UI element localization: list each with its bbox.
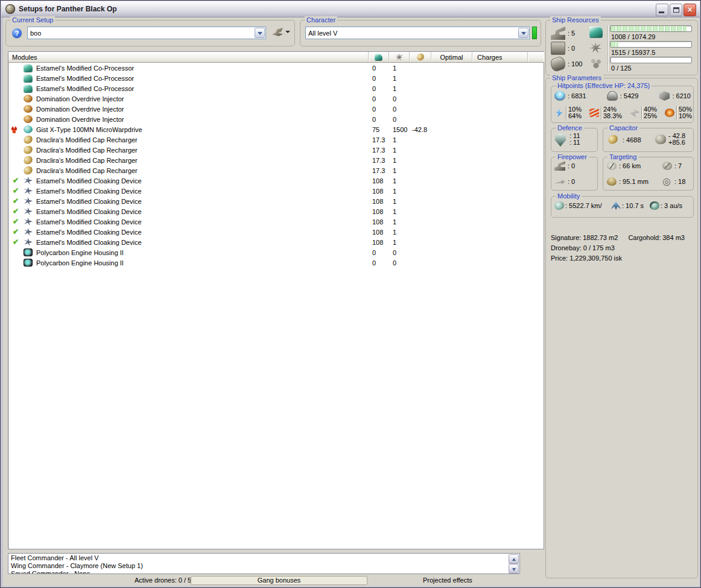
active-drones-status: Active drones: 0 / 5 — [135, 577, 191, 584]
module-name: Estamel's Modified Cloaking Device — [36, 239, 369, 246]
current-setup-label: Current Setup — [10, 16, 55, 24]
row-status: ✔ — [8, 93, 24, 104]
module-name: Draclira's Modified Cap Recharger — [36, 136, 369, 144]
module-cpu: 108 — [369, 188, 389, 195]
window-title: Setups for Panther Black Op — [19, 5, 117, 13]
character-combobox[interactable]: All level V — [305, 27, 530, 39]
overload-flame-icon — [10, 125, 18, 133]
module-row[interactable]: ✔ Draclira's Modified Cap Recharger 17.3… — [8, 145, 544, 155]
cap-recharger-icon — [22, 165, 34, 176]
ship-resources-label: Ship Resources — [550, 16, 601, 24]
module-row[interactable]: ✔ Estamel's Modified Cloaking Device 108… — [8, 227, 544, 237]
module-name: Polycarbon Engine Housing II — [36, 249, 369, 256]
module-powergrid: 0 — [389, 116, 410, 123]
module-row[interactable]: ✔ Estamel's Modified Co-Processor 0 1 — [8, 83, 544, 93]
turret-hardpoints-icon — [551, 27, 565, 40]
powergrid-value: 1515 / 15937.5 — [611, 49, 655, 56]
targeting-range-value: : 66 km — [619, 162, 641, 169]
module-powergrid: 1 — [389, 239, 410, 246]
row-status: ✔ — [8, 196, 24, 206]
explosive-armor-resist: 10% — [679, 112, 692, 119]
help-icon[interactable]: ? — [12, 28, 22, 38]
active-check-icon: ✔ — [13, 217, 19, 226]
fleet-bonus-box[interactable]: Fleet Commander - All level V Wing Comma… — [8, 553, 520, 574]
squad-commander-line[interactable]: Squad Commander - None — [11, 570, 507, 574]
module-row[interactable]: ✔ Draclira's Modified Cap Recharger 17.3… — [8, 155, 544, 165]
module-row[interactable]: ✔ Draclira's Modified Cap Recharger 17.3… — [8, 165, 544, 175]
module-row[interactable]: ✔ Polycarbon Engine Housing II 0 0 — [8, 258, 544, 268]
resources-divider — [607, 25, 608, 71]
close-button[interactable]: × — [684, 4, 696, 16]
module-row[interactable]: ✔ Estamel's Modified Cloaking Device 108… — [8, 217, 544, 227]
scroll-down-button[interactable] — [509, 564, 519, 574]
scroll-up-button[interactable] — [509, 554, 519, 564]
column-header-powergrid — [389, 52, 410, 62]
cloaking-device-icon — [24, 207, 33, 215]
module-row[interactable]: ✔ Domination Overdrive Injector 0 0 — [8, 104, 544, 114]
signature-value: Signature: 1882.73 m2 — [551, 234, 618, 241]
kinetic-armor-resist: 25% — [644, 112, 657, 119]
modules-list-header: Modules Optimal Charges — [8, 52, 544, 63]
character-combobox-value: All level V — [306, 30, 518, 37]
module-row[interactable]: ✔ Estamel's Modified Cloaking Device 108… — [8, 196, 544, 206]
fleet-commander-line[interactable]: Fleet Commander - All level V — [11, 554, 507, 562]
drone-bandwidth-bar — [610, 57, 692, 63]
capacitor-icon — [607, 134, 619, 145]
setup-tools-button[interactable] — [272, 28, 290, 36]
module-cpu: 0 — [369, 65, 389, 72]
setup-combobox[interactable]: boo — [27, 27, 266, 39]
module-row[interactable]: ✔ Draclira's Modified Cap Recharger 17.3… — [8, 134, 544, 145]
modules-list: Modules Optimal Charges ✔ Estamel's Modi… — [8, 51, 544, 549]
module-cpu: 0 — [369, 75, 389, 82]
module-cpu: 0 — [369, 85, 389, 92]
module-name: Estamel's Modified Co-Processor — [36, 65, 369, 72]
module-powergrid: 1 — [389, 188, 410, 195]
module-row[interactable]: ✔ Estamel's Modified Cloaking Device 108… — [8, 237, 544, 247]
row-status: ✔ — [8, 83, 24, 93]
column-header-optimal: Optimal — [431, 52, 472, 62]
skill-level-indicator — [532, 27, 537, 39]
module-name: Estamel's Modified Cloaking Device — [36, 188, 369, 195]
maximize-button[interactable] — [670, 4, 682, 16]
mobility-label: Mobility — [556, 192, 582, 200]
module-name: Draclira's Modified Cap Recharger — [36, 147, 369, 154]
row-status: ✔ — [8, 114, 24, 124]
active-check-icon: ✔ — [13, 186, 19, 195]
module-powergrid: 0 — [389, 249, 410, 256]
module-row[interactable]: ✔ Estamel's Modified Cloaking Device 108… — [8, 206, 544, 217]
row-status: ✔ — [8, 217, 24, 227]
gang-bonuses-button[interactable]: Gang bonuses — [191, 576, 367, 585]
module-name: Draclira's Modified Cap Recharger — [36, 157, 369, 164]
row-status: ✔ — [8, 227, 24, 237]
module-row[interactable]: ✔ Domination Overdrive Injector 0 0 — [8, 114, 544, 124]
module-row[interactable]: ✔ Estamel's Modified Cloaking Device 108… — [8, 175, 544, 186]
minimize-icon — [659, 11, 664, 13]
module-row[interactable]: ✔ Gist X-Type 100MN MicroWarpdrive 75 15… — [8, 124, 544, 134]
module-powergrid: 1 — [389, 167, 410, 174]
minimize-button[interactable] — [656, 4, 668, 16]
module-row[interactable]: ✔ Estamel's Modified Cloaking Device 108… — [8, 186, 544, 196]
module-row[interactable]: ✔ Domination Overdrive Injector 0 0 — [8, 93, 544, 104]
calibration: : 100 — [551, 57, 582, 71]
wing-commander-line[interactable]: Wing Commander - Claymore (New Setup 1) — [11, 562, 507, 570]
character-combobox-arrow[interactable] — [518, 28, 528, 38]
missile-dps-value: : 0 — [568, 178, 575, 185]
current-setup-group: Current Setup ? boo — [5, 20, 295, 46]
module-cpu: 108 — [369, 239, 389, 246]
setup-combobox-arrow[interactable] — [255, 28, 265, 38]
row-status: ✔ — [8, 63, 24, 73]
structure-hp-value: : 6210 — [672, 92, 691, 100]
row-status: ✔ — [8, 134, 24, 145]
title-bar[interactable]: Setups for Panther Black Op × — [1, 1, 700, 17]
module-row[interactable]: ✔ Estamel's Modified Co-Processor 0 1 — [8, 73, 544, 83]
module-cpu: 17.3 — [369, 136, 389, 144]
sensor-strength-icon — [662, 177, 672, 186]
module-name: Draclira's Modified Cap Recharger — [36, 167, 369, 174]
fleet-box-scrollbar[interactable] — [509, 554, 519, 574]
module-row[interactable]: ✔ Polycarbon Engine Housing II 0 0 — [8, 247, 544, 258]
capacitor-amount: : 4688 — [623, 136, 641, 144]
drone-bandwidth-icon — [589, 58, 603, 69]
scan-resolution-value: : 95.1 mm — [619, 178, 649, 185]
module-row[interactable]: ✔ Estamel's Modified Co-Processor 0 1 — [8, 63, 544, 73]
chevron-down-icon — [285, 31, 290, 33]
